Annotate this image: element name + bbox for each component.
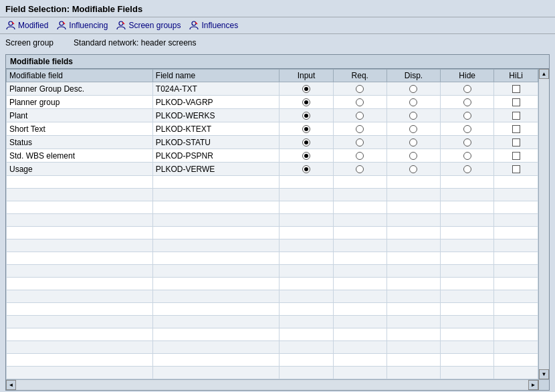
cell-disp-2-radio[interactable] [409,112,417,120]
cell-req-4-radio[interactable] [356,138,364,146]
cell-disp-5-radio[interactable] [409,152,417,160]
cell-req-0[interactable] [333,82,386,96]
cell-disp-6-radio[interactable] [409,165,417,173]
cell-input-1-radio[interactable] [302,98,310,106]
cell-hide-0[interactable] [441,82,494,96]
cell-hili-6-checkbox[interactable] [512,165,520,173]
cell-input-2-radio[interactable] [302,112,310,120]
cell-disp-0-radio[interactable] [409,85,417,93]
empty-cell [386,316,440,328]
page-title: Field Selection: Modifiable Fields [5,4,550,14]
cell-hide-5-radio[interactable] [463,152,471,160]
cell-disp-1-radio[interactable] [409,98,417,106]
cell-req-2[interactable] [333,109,386,122]
cell-disp-5[interactable] [386,149,440,163]
toolbar-influences-label: Influences [201,21,238,30]
cell-modifiable-field: Status [7,136,153,149]
cell-hili-2-checkbox[interactable] [512,112,520,120]
toolbar-influences[interactable]: Influences [189,20,238,31]
cell-hide-3-radio[interactable] [463,125,471,133]
cell-input-6[interactable] [280,163,333,176]
scroll-right-button[interactable]: ► [528,380,538,390]
cell-req-4[interactable] [333,136,386,149]
cell-hide-3[interactable] [441,122,494,136]
table-scroll-container: Modifiable field Field name Input Req. D… [6,69,549,379]
cell-disp-4[interactable] [386,136,440,149]
cell-hide-2[interactable] [441,109,494,122]
cell-hide-6[interactable] [441,163,494,176]
cell-hide-4-radio[interactable] [463,138,471,146]
empty-cell [333,290,386,303]
cell-input-3[interactable] [280,122,333,136]
cell-disp-4-radio[interactable] [409,138,417,146]
cell-hide-2-radio[interactable] [463,112,471,120]
empty-cell [333,239,386,252]
toolbar-modified[interactable]: Modified [5,20,48,31]
vertical-scrollbar[interactable]: ▲ ▼ [538,69,549,379]
cell-req-1-radio[interactable] [356,98,364,106]
cell-hide-4[interactable] [441,136,494,149]
cell-req-6[interactable] [333,163,386,176]
cell-input-4[interactable] [280,136,333,149]
cell-hide-1-radio[interactable] [463,98,471,106]
scroll-up-button[interactable]: ▲ [539,69,549,79]
empty-cell [441,290,494,303]
cell-hili-1[interactable] [494,96,538,109]
empty-cell [152,290,280,303]
empty-cell [7,341,153,354]
cell-hili-4[interactable] [494,136,538,149]
cell-hili-4-checkbox[interactable] [512,138,520,146]
cell-req-0-radio[interactable] [356,85,364,93]
cell-hili-0[interactable] [494,82,538,96]
cell-input-1[interactable] [280,96,333,109]
cell-hide-6-radio[interactable] [463,165,471,173]
empty-cell [7,227,153,239]
cell-input-0[interactable] [280,82,333,96]
cell-hili-1-checkbox[interactable] [512,98,520,106]
cell-hili-3[interactable] [494,122,538,136]
cell-hide-5[interactable] [441,149,494,163]
empty-cell [280,176,333,189]
cell-field-name: T024A-TXT [152,82,280,96]
empty-cell [386,227,440,239]
empty-cell [7,265,153,278]
cell-modifiable-field: Planner group [7,96,153,109]
cell-req-6-radio[interactable] [356,165,364,173]
cell-disp-0[interactable] [386,82,440,96]
cell-req-3[interactable] [333,122,386,136]
cell-input-2[interactable] [280,109,333,122]
cell-disp-2[interactable] [386,109,440,122]
cell-input-5[interactable] [280,149,333,163]
cell-disp-6[interactable] [386,163,440,176]
cell-hili-0-checkbox[interactable] [512,85,520,93]
cell-req-5-radio[interactable] [356,152,364,160]
cell-disp-3-radio[interactable] [409,125,417,133]
cell-hili-2[interactable] [494,109,538,122]
cell-hili-5[interactable] [494,149,538,163]
cell-disp-1[interactable] [386,96,440,109]
empty-cell [386,214,440,227]
empty-cell [333,303,386,316]
cell-disp-3[interactable] [386,122,440,136]
table-area: Modifiable field Field name Input Req. D… [6,69,538,379]
cell-req-1[interactable] [333,96,386,109]
cell-hide-0-radio[interactable] [463,85,471,93]
cell-req-3-radio[interactable] [356,125,364,133]
cell-input-3-radio[interactable] [302,125,310,133]
empty-cell [152,214,280,227]
cell-input-5-radio[interactable] [302,152,310,160]
cell-hili-6[interactable] [494,163,538,176]
scroll-down-button[interactable]: ▼ [539,369,549,379]
empty-cell [386,290,440,303]
cell-input-6-radio[interactable] [302,165,310,173]
cell-req-5[interactable] [333,149,386,163]
cell-input-4-radio[interactable] [302,138,310,146]
cell-hili-5-checkbox[interactable] [512,152,520,160]
cell-hide-1[interactable] [441,96,494,109]
cell-req-2-radio[interactable] [356,112,364,120]
scroll-left-button[interactable]: ◄ [6,380,16,390]
toolbar-influencing[interactable]: Influencing [56,20,108,31]
cell-hili-3-checkbox[interactable] [512,125,520,133]
cell-input-0-radio[interactable] [302,85,310,93]
toolbar-screen-groups[interactable]: Screen groups [116,20,181,31]
